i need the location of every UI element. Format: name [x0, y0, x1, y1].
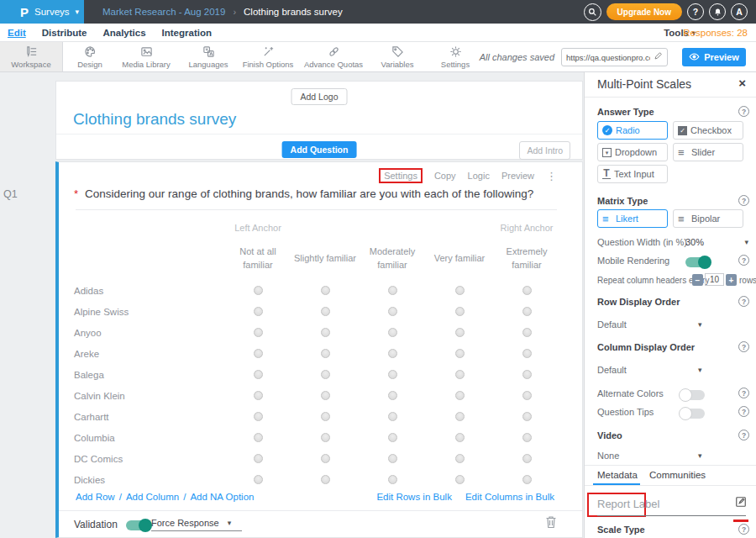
question-copy-button[interactable]: Copy [434, 171, 456, 181]
help-icon[interactable]: ? [687, 3, 704, 20]
help-icon[interactable]: ? [738, 106, 749, 117]
edit-url-icon[interactable] [654, 51, 663, 63]
avatar[interactable]: A [731, 3, 748, 20]
radio-button[interactable] [254, 433, 263, 442]
question-text[interactable]: Considering our range of clothing brands… [85, 187, 533, 200]
validation-toggle[interactable] [126, 520, 151, 530]
toolbar-item-finish-options[interactable]: Finish Options [241, 42, 295, 71]
toolbar-item-workspace[interactable]: Workspace [0, 42, 63, 71]
breadcrumb-parent[interactable]: Market Research - Aug 2019 [102, 7, 225, 17]
add-question-button[interactable]: Add Question [282, 141, 357, 158]
question-logic-button[interactable]: Logic [468, 171, 490, 181]
chevron-down-icon[interactable]: ▾ [698, 451, 702, 460]
help-icon[interactable]: ? [738, 430, 749, 440]
chevron-down-icon[interactable]: ▾ [698, 320, 702, 329]
add-row-link[interactable]: Add Row [76, 492, 115, 502]
edit-rows-in-bulk-link[interactable]: Edit Rows in Bulk [376, 492, 451, 502]
report-label-input[interactable]: Report Label [597, 498, 659, 510]
add-column-link[interactable]: Add Column [126, 492, 179, 502]
question-preview-button[interactable]: Preview [501, 171, 534, 181]
radio-button[interactable] [321, 286, 330, 295]
video-value[interactable]: None [597, 451, 619, 461]
radio-button[interactable] [455, 307, 465, 316]
help-icon[interactable]: ? [738, 524, 749, 535]
radio-button[interactable] [455, 475, 465, 484]
radio-button[interactable] [388, 328, 397, 337]
trash-icon[interactable] [545, 515, 557, 531]
radio-button[interactable] [522, 412, 532, 421]
question-width-value[interactable]: 30% [685, 237, 704, 247]
tab-metadata[interactable]: Metadata [597, 470, 638, 480]
nav-tab-distribute[interactable]: Distribute [42, 28, 87, 38]
radio-button[interactable] [254, 307, 263, 316]
search-icon[interactable] [584, 3, 601, 21]
tab-communities[interactable]: Communities [649, 470, 706, 480]
radio-button[interactable] [522, 349, 532, 358]
radio-button[interactable] [388, 349, 397, 358]
radio-button[interactable] [321, 391, 330, 400]
column-display-order-value[interactable]: Default [597, 365, 627, 375]
radio-button[interactable] [455, 391, 465, 400]
radio-button[interactable] [388, 475, 397, 484]
mobile-rendering-toggle[interactable] [685, 257, 711, 267]
nav-tab-edit[interactable]: Edit [8, 28, 26, 38]
radio-button[interactable] [321, 349, 330, 358]
radio-button[interactable] [321, 328, 330, 337]
radio-button[interactable] [254, 412, 263, 421]
validation-type-dropdown[interactable]: Force Response ▾ [151, 518, 242, 531]
radio-button[interactable] [254, 454, 263, 463]
chevron-down-icon[interactable]: ▾ [744, 238, 748, 246]
help-icon[interactable]: ? [738, 296, 749, 307]
toolbar-item-languages[interactable]: Languages [183, 42, 234, 71]
matrix-type-bipolar[interactable]: ≡ Bipolar [673, 209, 743, 228]
radio-button[interactable] [254, 391, 263, 400]
help-icon[interactable]: ? [738, 195, 749, 206]
add-intro-button[interactable]: Add Intro [519, 141, 570, 160]
radio-button[interactable] [522, 328, 532, 337]
toolbar-item-design[interactable]: Design [71, 42, 109, 71]
radio-button[interactable] [254, 475, 263, 484]
decrement-button[interactable]: − [692, 274, 703, 286]
toolbar-item-settings[interactable]: Settings [430, 42, 480, 71]
upgrade-now-button[interactable]: Upgrade Now [606, 3, 682, 20]
toolbar-item-media-library[interactable]: Media Library [117, 42, 176, 71]
radio-button[interactable] [522, 433, 532, 442]
repeat-headers-value[interactable]: 10 [705, 273, 724, 286]
help-icon[interactable]: ? [738, 341, 749, 352]
radio-button[interactable] [321, 475, 330, 484]
radio-button[interactable] [522, 475, 532, 484]
help-icon[interactable]: ? [738, 388, 749, 398]
radio-button[interactable] [455, 328, 465, 337]
radio-button[interactable] [388, 391, 397, 400]
radio-button[interactable] [321, 307, 330, 316]
answer-type-dropdown[interactable]: ▾ Dropdown [597, 143, 668, 161]
survey-title[interactable]: Clothing brands survey [73, 110, 236, 129]
radio-button[interactable] [522, 286, 532, 295]
help-icon[interactable]: ? [738, 255, 749, 266]
more-options-icon[interactable]: ⋮ [546, 170, 557, 182]
radio-button[interactable] [388, 370, 397, 379]
answer-type-checkbox[interactable]: ✓ Checkbox [673, 121, 743, 140]
answer-type-radio[interactable]: ✓ Radio [597, 121, 668, 140]
radio-button[interactable] [455, 286, 465, 295]
radio-button[interactable] [522, 370, 532, 379]
radio-button[interactable] [388, 433, 397, 442]
edit-columns-in-bulk-link[interactable]: Edit Columns in Bulk [465, 492, 554, 502]
radio-button[interactable] [321, 412, 330, 421]
help-icon[interactable]: ? [738, 406, 749, 417]
radio-button[interactable] [254, 349, 263, 358]
radio-button[interactable] [455, 370, 465, 379]
radio-button[interactable] [522, 391, 532, 400]
question-settings-button[interactable]: Settings [379, 168, 423, 183]
answer-type-text-input[interactable]: T Text Input [597, 165, 668, 183]
responses-count[interactable]: Responses: 28 [683, 24, 748, 42]
radio-button[interactable] [321, 433, 330, 442]
row-display-order-value[interactable]: Default [597, 319, 627, 330]
increment-button[interactable]: + [726, 274, 737, 286]
survey-url-input[interactable] [566, 53, 650, 62]
radio-button[interactable] [254, 286, 263, 295]
add-na-option-link[interactable]: Add NA Option [190, 492, 254, 502]
question-tips-toggle[interactable] [680, 409, 705, 419]
notifications-icon[interactable] [709, 3, 726, 20]
radio-button[interactable] [321, 370, 330, 379]
